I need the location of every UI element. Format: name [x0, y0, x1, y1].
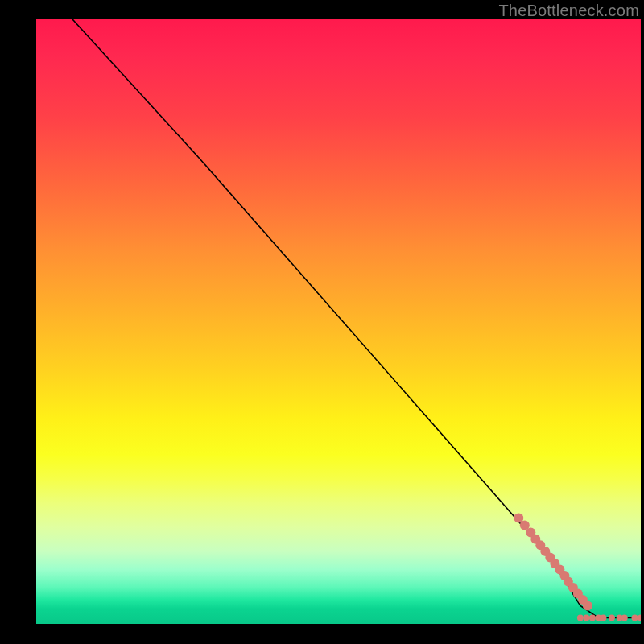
- scatter-point: [609, 614, 615, 621]
- scatter-point: [638, 614, 641, 621]
- scatter-point: [600, 614, 606, 621]
- scatter-point: [577, 614, 584, 621]
- scatter-point: [583, 614, 589, 621]
- watermark-text: TheBottleneck.com: [498, 2, 639, 20]
- scatter-point: [589, 614, 596, 621]
- data-line: [72, 19, 641, 617]
- scatter-point: [621, 614, 628, 621]
- chart-frame: TheBottleneck.com: [0, 0, 644, 644]
- chart-overlay: [36, 19, 641, 624]
- scatter-point: [583, 601, 592, 610]
- scatter-point: [631, 614, 638, 621]
- scatter-points-large: [514, 514, 592, 611]
- plot-area: [36, 19, 641, 624]
